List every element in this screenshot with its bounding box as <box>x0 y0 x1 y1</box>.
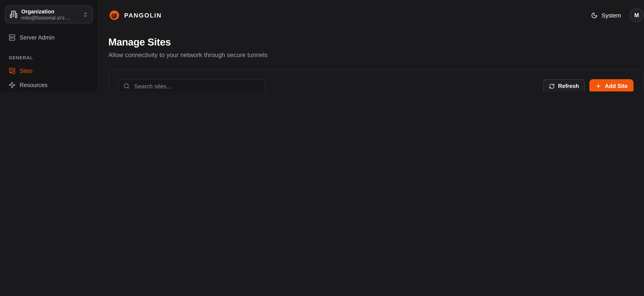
sidebar-item-label: Resources <box>20 82 48 88</box>
search-icon <box>124 83 130 89</box>
topbar: PANGOLIN System M <box>98 0 644 30</box>
avatar[interactable]: M <box>630 8 644 22</box>
main-area: PANGOLIN System M Manage Sites Allow con… <box>98 0 644 92</box>
combine-icon <box>9 68 16 74</box>
brand: PANGOLIN <box>108 9 162 21</box>
avatar-initial: M <box>634 12 639 18</box>
org-selector-label: Organization <box>21 8 79 14</box>
building-icon <box>10 10 18 18</box>
server-icon <box>9 34 16 41</box>
sidebar-item-resources[interactable]: Resources <box>5 78 93 92</box>
sidebar-item-label: Sites <box>20 68 32 74</box>
page-title: Manage Sites <box>108 36 644 48</box>
plus-icon <box>595 83 602 89</box>
page-subtitle: Allow connectivity to your network throu… <box>108 51 644 58</box>
sidebar-item-sites[interactable]: Sites <box>5 64 93 78</box>
refresh-button[interactable]: Refresh <box>543 79 585 92</box>
brand-name: PANGOLIN <box>124 12 162 19</box>
search-input[interactable] <box>134 82 260 90</box>
add-site-label: Add Site <box>605 83 628 89</box>
refresh-icon <box>549 83 555 89</box>
org-selector[interactable]: Organization milo@fossorial.io's ... <box>5 6 93 23</box>
table-toolbar: Refresh Add Site <box>118 79 634 92</box>
content: Manage Sites Allow connectivity to your … <box>98 30 644 92</box>
theme-toggle[interactable]: System <box>591 12 621 18</box>
sites-card: Refresh Add Site Name <box>108 69 644 92</box>
theme-label: System <box>602 12 621 18</box>
sidebar-item-server-admin[interactable]: Server Admin <box>5 30 93 44</box>
topbar-right: System M <box>591 8 644 22</box>
section-label-general: GENERAL <box>9 55 93 60</box>
moon-icon <box>591 12 598 18</box>
pangolin-logo-icon <box>108 9 120 21</box>
refresh-label: Refresh <box>558 83 579 89</box>
app-root: Organization milo@fossorial.io's ... Ser… <box>0 0 644 92</box>
waypoints-icon <box>9 82 16 88</box>
search-box <box>118 79 265 92</box>
org-selector-value: milo@fossorial.io's ... <box>21 15 79 20</box>
chevrons-up-down-icon <box>82 12 88 17</box>
sidebar-nav: Server Admin GENERAL Sites Resources Do <box>5 23 93 92</box>
sidebar: Organization milo@fossorial.io's ... Ser… <box>0 0 98 92</box>
sidebar-item-label: Server Admin <box>20 34 54 41</box>
add-site-button[interactable]: Add Site <box>590 79 634 92</box>
